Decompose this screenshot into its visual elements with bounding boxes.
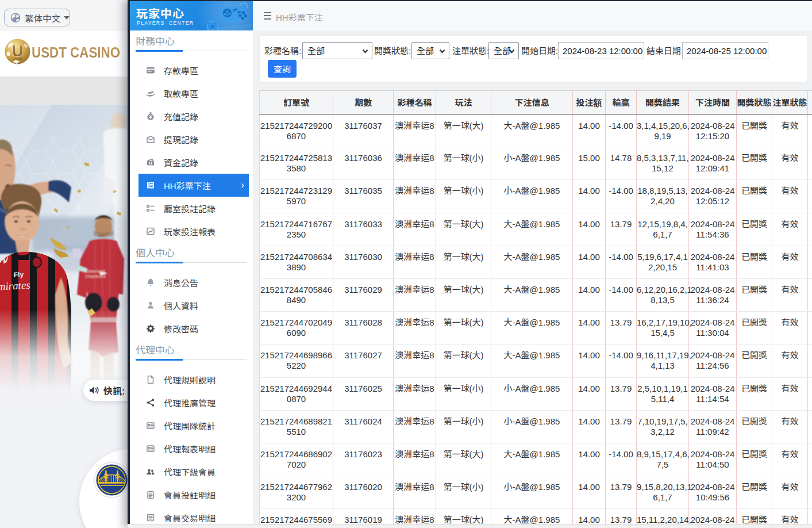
svg-text:Chartered: Chartered [85, 274, 106, 279]
svg-text:CASINO: CASINO [13, 58, 23, 60]
svg-text:mirates: mirates [0, 279, 30, 293]
svg-text:Standard: Standard [86, 269, 105, 274]
svg-text:Fly: Fly [13, 270, 24, 279]
